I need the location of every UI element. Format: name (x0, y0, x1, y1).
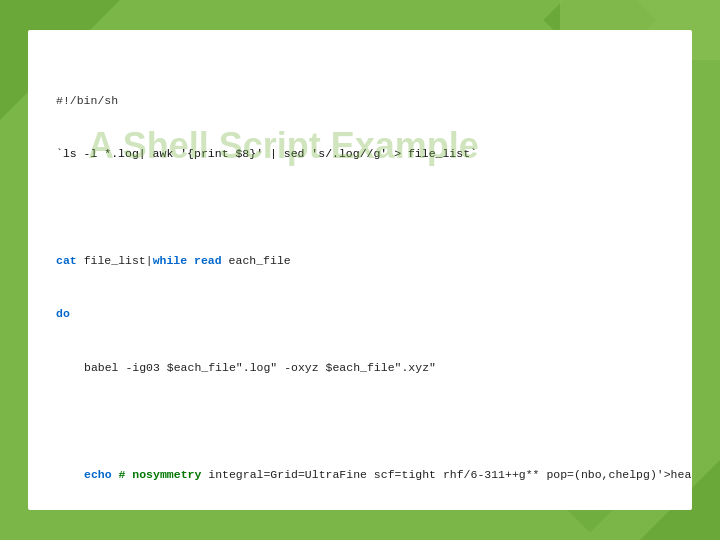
code-block: #!/bin/sh `ls -l *.log| awk '{print $8}'… (56, 56, 664, 510)
main-card: A Shell Script Example #!/bin/sh `ls -l … (28, 30, 692, 510)
shebang-line: #!/bin/sh (56, 92, 664, 110)
blank2 (56, 412, 664, 430)
ls-line: `ls -l *.log| awk '{print $8}' | sed 's/… (56, 145, 664, 163)
echo1-line: echo # nosymmetry integral=Grid=UltraFin… (56, 466, 664, 484)
cat-line: cat cat file_list|while read each_filefi… (56, 252, 664, 270)
do-line: do (56, 305, 664, 323)
babel-line: babel -ig03 $each_file".log" -oxyz $each… (56, 359, 664, 377)
blank1 (56, 199, 664, 217)
